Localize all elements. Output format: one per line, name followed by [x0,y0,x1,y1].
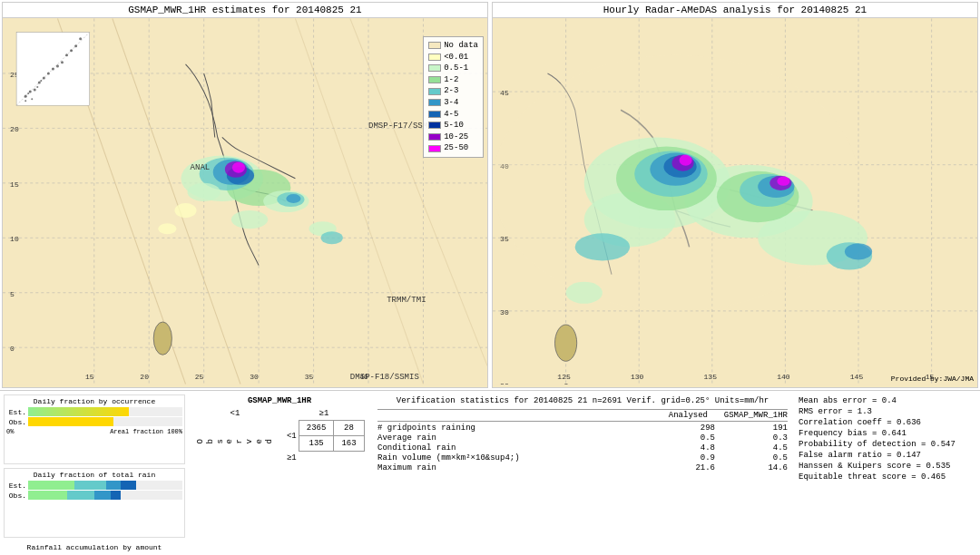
obs-occurrence-row: Obs. [6,417,182,426]
svg-text:35: 35 [500,235,509,243]
svg-point-36 [43,76,45,79]
obs-bar-container [28,417,182,426]
val1-3: 0.9 [679,453,715,462]
svg-point-42 [70,49,73,52]
contingency-data-table: 2365 28 135 163 [299,420,365,452]
svg-text:35: 35 [305,373,314,381]
svg-point-46 [31,98,33,100]
svg-point-106 [777,177,789,186]
axis-left-label: 0% [6,428,14,435]
svg-point-61 [188,183,220,201]
svg-point-109 [845,243,872,259]
svg-text:15: 15 [10,180,19,189]
error-line-3: Frequency bias = 0.641 [799,429,973,438]
svg-point-57 [232,162,245,173]
val1-0: 298 [679,424,715,433]
cell-10: 135 [299,436,334,452]
svg-text:135: 135 [704,373,718,381]
svg-text:10: 10 [10,235,19,243]
svg-point-43 [74,44,77,47]
svg-point-37 [47,72,50,74]
svg-point-60 [286,194,300,203]
svg-text:145: 145 [850,373,864,381]
error-line-4: Probability of detection = 0.547 [799,440,973,449]
svg-point-107 [575,233,630,260]
error-line-2: Correlation coeff = 0.636 [799,418,973,427]
svg-point-63 [158,223,176,234]
left-map-svg: 15 20 25 30 35 40 25 20 15 10 5 0 [3,18,487,385]
val2-4: 14.6 [715,463,788,472]
fraction-occurrence-chart: Daily fraction by occurrence Est. Obs. 0… [4,394,185,464]
svg-text:20: 20 [10,125,19,133]
row-label-less1: <1 [279,432,297,441]
error-line-1: RMS error = 1.3 [799,407,973,416]
header-analysed: Analysed [662,411,708,420]
svg-text:130: 130 [631,373,644,381]
trmm-label: TRMM/TMI [387,295,426,305]
right-map-svg-container: 125 130 135 140 145 15 45 40 35 30 20 2 [493,18,977,385]
svg-point-49 [40,80,42,82]
svg-point-39 [56,64,59,67]
right-map-title: Hourly Radar-AMeDAS analysis for 2014082… [493,3,977,18]
est-occurrence-row: Est. [6,407,182,416]
est-rain-bar-container [28,481,182,490]
axis-right-label: Areal fraction 100% [110,428,182,435]
svg-point-32 [24,95,27,98]
svg-point-104 [680,155,692,166]
svg-point-50 [153,322,172,355]
est-rain-row: Est. [6,481,182,490]
val2-2: 4.5 [715,443,788,453]
verification-stats-panel: Verification statistics for 20140825 21 … [374,394,791,551]
svg-text:0: 0 [10,345,15,353]
metric-0: # gridpoints raining [377,424,679,433]
svg-point-35 [38,82,41,84]
obs-bar [28,417,113,426]
svg-text:125: 125 [557,373,571,381]
right-map-panel: Hourly Radar-AMeDAS analysis for 2014082… [492,2,978,388]
fraction-rain-title: Daily fraction of total rain [6,471,182,479]
obs-rain-row: Obs. [6,491,182,500]
stat-row-3: Rain volume (mm×km²×10&sup4;) 0.9 0.5 [377,453,788,462]
val1-2: 4.8 [679,443,715,453]
svg-point-110 [566,282,603,304]
stat-row-4: Maximum rain 21.6 14.6 [377,463,788,472]
cell-11: 163 [334,436,364,452]
svg-text:2: 2 [564,382,569,385]
val2-3: 0.5 [715,453,788,462]
stat-row-1: Average rain 0.5 0.3 [377,433,788,443]
cell-00: 2365 [299,421,334,436]
observed-label: Observed [194,437,276,445]
svg-point-41 [65,54,68,56]
dmspf18-label: DMSP-F18/SSMIS [350,372,419,382]
svg-text:30: 30 [250,373,259,381]
svg-point-38 [52,67,54,70]
error-line-6: Hanssen & Kuipers score = 0.535 [799,462,973,471]
obs-rain-label: Obs. [6,492,26,500]
bottom-row: Daily fraction by occurrence Est. Obs. 0… [0,390,980,555]
header-metric [377,411,655,420]
svg-point-62 [174,203,196,218]
svg-text:5: 5 [10,290,15,298]
svg-point-45 [24,100,26,102]
left-map-panel: GSMAP_MWR_1HR estimates for 20140825 21 [2,2,488,388]
est-bar-container [28,407,182,416]
est-bar [28,407,129,416]
svg-text:15: 15 [85,373,94,381]
svg-text:140: 140 [777,373,790,381]
svg-point-44 [79,37,82,40]
col-header-less1: <1 [230,409,240,418]
svg-point-40 [61,61,64,63]
val2-1: 0.3 [715,433,788,443]
right-map-svg: 125 130 135 140 145 15 45 40 35 30 20 2 [493,18,977,385]
main-container: GSMAP_MWR_1HR estimates for 20140825 21 [0,0,980,555]
error-line-0: Mean abs error = 0.4 [799,396,973,405]
table-wrapper: Observed <1 2365 28 135 163 [191,420,368,462]
svg-point-47 [27,92,29,94]
metric-3: Rain volume (mm×km²×10&sup4;) [377,453,679,462]
svg-point-64 [231,210,268,229]
legend: No data <0.01 0.5-1 1-2 2-3 3-4 4-5 5-10… [423,36,484,158]
svg-text:45: 45 [500,89,509,97]
svg-point-66 [321,231,343,244]
charts-panel: Daily fraction by occurrence Est. Obs. 0… [4,394,185,551]
est-label: Est. [6,408,26,416]
